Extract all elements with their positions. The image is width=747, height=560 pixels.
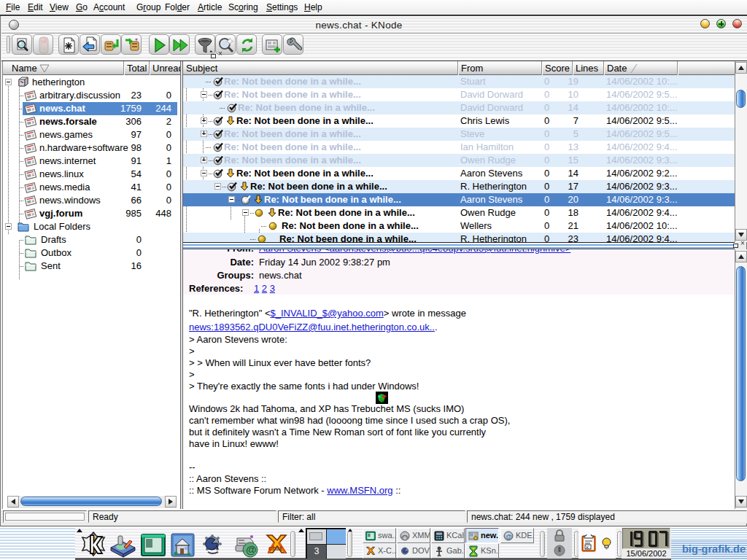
svg-text:K: K [587,545,589,550]
svg-text:@: @ [506,533,512,540]
svg-text:chat: chat [268,545,282,552]
svg-text:@: @ [246,543,257,556]
